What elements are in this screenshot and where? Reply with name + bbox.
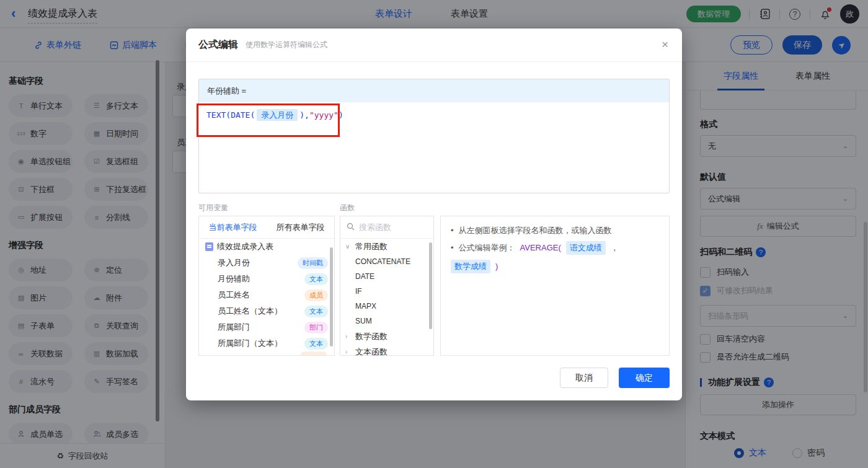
close-icon[interactable]: × [662, 38, 668, 51]
functions-label: 函数 [340, 203, 355, 213]
form-doc-icon [205, 242, 213, 251]
separator: ， [611, 242, 619, 254]
function-item[interactable]: CONCATENATE [340, 254, 433, 269]
example-field-chip: 数学成绩 [451, 260, 490, 273]
formula-help-panel: • 从左侧面板选择字段名和函数，或输入函数 • 公式编辑举例：AVERAGE( … [440, 216, 670, 356]
formula-token: ), [299, 110, 309, 120]
function-search[interactable] [340, 216, 433, 239]
help-text: 从左侧面板选择字段名和函数，或输入函数 [459, 224, 612, 237]
variable-row[interactable]: 员工姓名（文本） 文本 [199, 303, 334, 319]
variable-row[interactable]: 员工姓名 成员 [199, 287, 334, 303]
function-item[interactable]: IF [340, 284, 433, 299]
formula-token: ) [339, 110, 343, 120]
variable-row[interactable]: 录入月份 时间戳 [199, 255, 334, 271]
example-function: AVERAGE( [520, 242, 561, 254]
example-close-paren: ) [495, 260, 498, 273]
functions-scrollbar[interactable] [429, 242, 432, 329]
formula-editor[interactable]: 年份辅助 = TEXT(DATE(录入月份),"yyyy") [198, 79, 670, 193]
partial-badge [301, 351, 327, 355]
functions-panel: ∨ 常用函数 CONCATENATE DATE IF MAPX SUM › 数学… [340, 216, 434, 356]
formula-string-token: "yyyy" [309, 110, 339, 120]
function-group-text[interactable]: › 文本函数 [340, 344, 433, 356]
variables-scrollbar[interactable] [330, 247, 333, 347]
tab-current-form-fields[interactable]: 当前表单字段 [199, 216, 267, 238]
type-badge: 时间戳 [298, 257, 328, 269]
dialog-title: 公式编辑 [198, 38, 238, 51]
type-badge: 成员 [304, 289, 328, 301]
chevron-right-icon: › [345, 333, 352, 340]
bullet: • [451, 224, 454, 237]
variables-label: 可用变量 [198, 203, 228, 213]
variable-row[interactable]: 月份辅助 文本 [199, 271, 334, 287]
chevron-right-icon: › [345, 348, 352, 355]
function-item[interactable]: DATE [340, 269, 433, 284]
function-item[interactable]: MAPX [340, 299, 433, 314]
function-item[interactable]: SUM [340, 314, 433, 329]
variable-row[interactable]: 所属部门 部门 [199, 319, 334, 335]
formula-editor-dialog: 公式编辑 使用数学运算符编辑公式 × 年份辅助 = TEXT(DATE(录入月份… [186, 29, 682, 400]
function-search-input[interactable] [359, 223, 421, 232]
function-group-common[interactable]: ∨ 常用函数 [340, 239, 433, 254]
variable-row[interactable]: 所属部门（文本） 文本 [199, 335, 334, 351]
type-badge: 文本 [304, 338, 328, 350]
formula-token: TEXT(DATE( [206, 110, 255, 120]
dialog-subtitle: 使用数学运算符编辑公式 [246, 40, 327, 50]
formula-target: 年份辅助 = [199, 79, 669, 102]
type-badge: 部门 [304, 322, 328, 333]
chevron-down-icon: ∨ [345, 243, 352, 250]
example-field-chip: 语文成绩 [566, 241, 606, 255]
tab-all-form-fields[interactable]: 所有表单字段 [267, 216, 334, 238]
type-badge: 文本 [304, 306, 328, 317]
formula-code[interactable]: TEXT(DATE(录入月份),"yyyy") [199, 102, 669, 128]
field-chip[interactable]: 录入月份 [257, 109, 298, 121]
bullet: • [451, 242, 454, 254]
help-example-label: 公式编辑举例： [459, 242, 515, 254]
search-icon [347, 222, 355, 233]
confirm-button[interactable]: 确定 [619, 368, 670, 388]
cancel-button[interactable]: 取消 [560, 368, 608, 388]
variables-root-node[interactable]: 绩效提成录入表 [199, 239, 334, 255]
function-group-math[interactable]: › 数学函数 [340, 329, 433, 344]
variables-panel: 当前表单字段 所有表单字段 绩效提成录入表 录入月份 时间戳 月份辅助 文本 员… [198, 216, 335, 356]
type-badge: 文本 [304, 273, 328, 285]
